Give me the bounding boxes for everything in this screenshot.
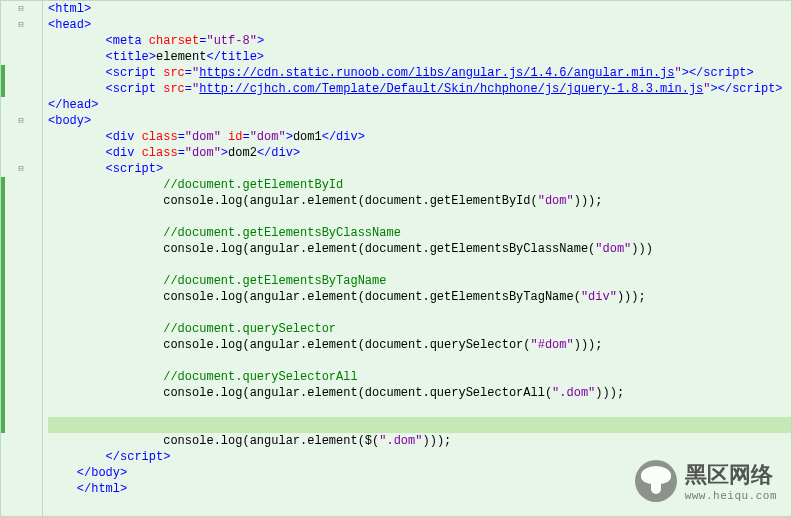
change-marker (1, 177, 5, 433)
fold-icon[interactable] (16, 81, 26, 97)
code-area[interactable]: <html><head> <meta charset="utf-8"> <tit… (43, 1, 791, 516)
code-line: console.log(angular.element(document.get… (48, 289, 791, 305)
fold-icon[interactable] (16, 209, 26, 225)
code-editor: ⊟⊟⊟⊟ <html><head> <meta charset="utf-8">… (0, 0, 792, 517)
code-line: <html> (48, 1, 791, 17)
fold-icon[interactable] (16, 49, 26, 65)
fold-icon[interactable] (16, 385, 26, 401)
code-line: <div class="dom">dom2</div> (48, 145, 791, 161)
gutter: ⊟⊟⊟⊟ (1, 1, 43, 516)
code-line: console.log(angular.element(document.get… (48, 193, 791, 209)
watermark-en: www.heiqu.com (685, 490, 777, 502)
fold-icon[interactable] (16, 177, 26, 193)
fold-icon[interactable] (16, 129, 26, 145)
fold-icon[interactable] (16, 481, 26, 497)
code-line (48, 401, 791, 417)
fold-icon[interactable] (16, 257, 26, 273)
fold-icon[interactable] (16, 321, 26, 337)
code-line (48, 417, 791, 433)
fold-icon[interactable] (16, 225, 26, 241)
fold-icon[interactable]: ⊟ (16, 17, 26, 33)
fold-icon[interactable] (16, 337, 26, 353)
code-line: <title>element</title> (48, 49, 791, 65)
fold-icon[interactable]: ⊟ (16, 1, 26, 17)
fold-icon[interactable] (16, 273, 26, 289)
code-line: <script> (48, 161, 791, 177)
code-line: console.log(angular.element(document.get… (48, 241, 791, 257)
code-line: console.log(angular.element(document.que… (48, 337, 791, 353)
fold-icon[interactable] (16, 65, 26, 81)
fold-icon[interactable] (16, 193, 26, 209)
code-line: console.log(angular.element($(".dom"))); (48, 433, 791, 449)
fold-icon[interactable] (16, 289, 26, 305)
mushroom-icon (635, 460, 677, 502)
fold-icon[interactable]: ⊟ (16, 113, 26, 129)
code-line: <meta charset="utf-8"> (48, 33, 791, 49)
fold-icon[interactable] (16, 353, 26, 369)
code-line (48, 305, 791, 321)
fold-icon[interactable] (16, 401, 26, 417)
fold-icon[interactable] (16, 433, 26, 449)
watermark: 黑区网络 www.heiqu.com (635, 460, 777, 502)
fold-icon[interactable] (16, 241, 26, 257)
code-line: <script src="http://cjhch.com/Template/D… (48, 81, 791, 97)
fold-icon[interactable] (16, 305, 26, 321)
fold-icon[interactable]: ⊟ (16, 161, 26, 177)
fold-icon[interactable] (16, 449, 26, 465)
code-line: <div class="dom" id="dom">dom1</div> (48, 129, 791, 145)
code-line: //document.getElementById (48, 177, 791, 193)
code-line: //document.querySelector (48, 321, 791, 337)
code-line: <head> (48, 17, 791, 33)
fold-icon[interactable] (16, 369, 26, 385)
fold-icon[interactable] (16, 33, 26, 49)
fold-icon[interactable] (16, 465, 26, 481)
watermark-cn: 黑区网络 (685, 460, 777, 490)
code-line (48, 353, 791, 369)
fold-icon[interactable] (16, 145, 26, 161)
change-marker (1, 65, 5, 97)
code-line: </head> (48, 97, 791, 113)
code-line (48, 257, 791, 273)
fold-icon[interactable] (16, 97, 26, 113)
code-line: <script src="https://cdn.static.runoob.c… (48, 65, 791, 81)
fold-icon[interactable] (16, 417, 26, 433)
code-line: console.log(angular.element(document.que… (48, 385, 791, 401)
code-line: //document.getElementsByClassName (48, 225, 791, 241)
code-line (48, 209, 791, 225)
code-line: <body> (48, 113, 791, 129)
code-line: //document.getElementsByTagName (48, 273, 791, 289)
code-line: //document.querySelectorAll (48, 369, 791, 385)
